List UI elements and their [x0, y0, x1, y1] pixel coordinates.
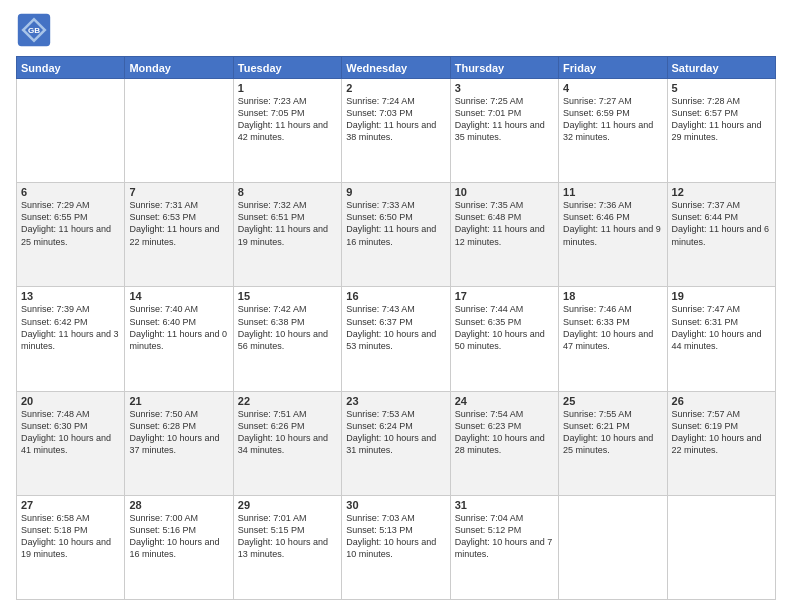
- day-number: 4: [563, 82, 662, 94]
- day-info: Sunrise: 6:58 AM Sunset: 5:18 PM Dayligh…: [21, 512, 120, 561]
- day-number: 23: [346, 395, 445, 407]
- day-number: 28: [129, 499, 228, 511]
- day-header-wednesday: Wednesday: [342, 57, 450, 79]
- day-cell: 22Sunrise: 7:51 AM Sunset: 6:26 PM Dayli…: [233, 391, 341, 495]
- day-header-tuesday: Tuesday: [233, 57, 341, 79]
- day-number: 21: [129, 395, 228, 407]
- day-header-friday: Friday: [559, 57, 667, 79]
- day-info: Sunrise: 7:33 AM Sunset: 6:50 PM Dayligh…: [346, 199, 445, 248]
- day-number: 11: [563, 186, 662, 198]
- day-cell: 9Sunrise: 7:33 AM Sunset: 6:50 PM Daylig…: [342, 183, 450, 287]
- day-number: 19: [672, 290, 771, 302]
- day-number: 31: [455, 499, 554, 511]
- day-info: Sunrise: 7:36 AM Sunset: 6:46 PM Dayligh…: [563, 199, 662, 248]
- week-row-5: 27Sunrise: 6:58 AM Sunset: 5:18 PM Dayli…: [17, 495, 776, 599]
- day-cell: 26Sunrise: 7:57 AM Sunset: 6:19 PM Dayli…: [667, 391, 775, 495]
- day-cell: [667, 495, 775, 599]
- day-number: 1: [238, 82, 337, 94]
- week-row-3: 13Sunrise: 7:39 AM Sunset: 6:42 PM Dayli…: [17, 287, 776, 391]
- day-cell: 4Sunrise: 7:27 AM Sunset: 6:59 PM Daylig…: [559, 79, 667, 183]
- day-cell: 3Sunrise: 7:25 AM Sunset: 7:01 PM Daylig…: [450, 79, 558, 183]
- header-row: SundayMondayTuesdayWednesdayThursdayFrid…: [17, 57, 776, 79]
- day-info: Sunrise: 7:31 AM Sunset: 6:53 PM Dayligh…: [129, 199, 228, 248]
- day-number: 18: [563, 290, 662, 302]
- day-info: Sunrise: 7:51 AM Sunset: 6:26 PM Dayligh…: [238, 408, 337, 457]
- day-cell: 30Sunrise: 7:03 AM Sunset: 5:13 PM Dayli…: [342, 495, 450, 599]
- day-number: 17: [455, 290, 554, 302]
- day-info: Sunrise: 7:25 AM Sunset: 7:01 PM Dayligh…: [455, 95, 554, 144]
- day-cell: 28Sunrise: 7:00 AM Sunset: 5:16 PM Dayli…: [125, 495, 233, 599]
- day-info: Sunrise: 7:28 AM Sunset: 6:57 PM Dayligh…: [672, 95, 771, 144]
- day-number: 3: [455, 82, 554, 94]
- calendar-table: SundayMondayTuesdayWednesdayThursdayFrid…: [16, 56, 776, 600]
- day-cell: 17Sunrise: 7:44 AM Sunset: 6:35 PM Dayli…: [450, 287, 558, 391]
- day-info: Sunrise: 7:04 AM Sunset: 5:12 PM Dayligh…: [455, 512, 554, 561]
- day-cell: 27Sunrise: 6:58 AM Sunset: 5:18 PM Dayli…: [17, 495, 125, 599]
- day-cell: 16Sunrise: 7:43 AM Sunset: 6:37 PM Dayli…: [342, 287, 450, 391]
- day-info: Sunrise: 7:23 AM Sunset: 7:05 PM Dayligh…: [238, 95, 337, 144]
- day-cell: 18Sunrise: 7:46 AM Sunset: 6:33 PM Dayli…: [559, 287, 667, 391]
- day-number: 14: [129, 290, 228, 302]
- day-cell: 14Sunrise: 7:40 AM Sunset: 6:40 PM Dayli…: [125, 287, 233, 391]
- day-info: Sunrise: 7:50 AM Sunset: 6:28 PM Dayligh…: [129, 408, 228, 457]
- day-number: 12: [672, 186, 771, 198]
- day-cell: [559, 495, 667, 599]
- day-cell: 1Sunrise: 7:23 AM Sunset: 7:05 PM Daylig…: [233, 79, 341, 183]
- day-info: Sunrise: 7:44 AM Sunset: 6:35 PM Dayligh…: [455, 303, 554, 352]
- day-info: Sunrise: 7:27 AM Sunset: 6:59 PM Dayligh…: [563, 95, 662, 144]
- day-info: Sunrise: 7:53 AM Sunset: 6:24 PM Dayligh…: [346, 408, 445, 457]
- day-info: Sunrise: 7:35 AM Sunset: 6:48 PM Dayligh…: [455, 199, 554, 248]
- day-number: 13: [21, 290, 120, 302]
- day-info: Sunrise: 7:29 AM Sunset: 6:55 PM Dayligh…: [21, 199, 120, 248]
- day-info: Sunrise: 7:46 AM Sunset: 6:33 PM Dayligh…: [563, 303, 662, 352]
- day-number: 2: [346, 82, 445, 94]
- day-number: 9: [346, 186, 445, 198]
- day-header-thursday: Thursday: [450, 57, 558, 79]
- day-cell: 31Sunrise: 7:04 AM Sunset: 5:12 PM Dayli…: [450, 495, 558, 599]
- day-info: Sunrise: 7:55 AM Sunset: 6:21 PM Dayligh…: [563, 408, 662, 457]
- week-row-2: 6Sunrise: 7:29 AM Sunset: 6:55 PM Daylig…: [17, 183, 776, 287]
- day-number: 30: [346, 499, 445, 511]
- day-number: 29: [238, 499, 337, 511]
- day-cell: 29Sunrise: 7:01 AM Sunset: 5:15 PM Dayli…: [233, 495, 341, 599]
- day-number: 7: [129, 186, 228, 198]
- day-number: 15: [238, 290, 337, 302]
- day-cell: 19Sunrise: 7:47 AM Sunset: 6:31 PM Dayli…: [667, 287, 775, 391]
- day-number: 25: [563, 395, 662, 407]
- day-header-saturday: Saturday: [667, 57, 775, 79]
- svg-text:GB: GB: [28, 26, 40, 35]
- day-cell: 11Sunrise: 7:36 AM Sunset: 6:46 PM Dayli…: [559, 183, 667, 287]
- day-number: 10: [455, 186, 554, 198]
- day-number: 8: [238, 186, 337, 198]
- day-header-sunday: Sunday: [17, 57, 125, 79]
- day-number: 22: [238, 395, 337, 407]
- day-info: Sunrise: 7:37 AM Sunset: 6:44 PM Dayligh…: [672, 199, 771, 248]
- day-number: 16: [346, 290, 445, 302]
- day-cell: 6Sunrise: 7:29 AM Sunset: 6:55 PM Daylig…: [17, 183, 125, 287]
- week-row-4: 20Sunrise: 7:48 AM Sunset: 6:30 PM Dayli…: [17, 391, 776, 495]
- day-cell: 15Sunrise: 7:42 AM Sunset: 6:38 PM Dayli…: [233, 287, 341, 391]
- day-info: Sunrise: 7:42 AM Sunset: 6:38 PM Dayligh…: [238, 303, 337, 352]
- day-info: Sunrise: 7:39 AM Sunset: 6:42 PM Dayligh…: [21, 303, 120, 352]
- day-cell: 20Sunrise: 7:48 AM Sunset: 6:30 PM Dayli…: [17, 391, 125, 495]
- week-row-1: 1Sunrise: 7:23 AM Sunset: 7:05 PM Daylig…: [17, 79, 776, 183]
- day-info: Sunrise: 7:01 AM Sunset: 5:15 PM Dayligh…: [238, 512, 337, 561]
- day-cell: 8Sunrise: 7:32 AM Sunset: 6:51 PM Daylig…: [233, 183, 341, 287]
- day-number: 6: [21, 186, 120, 198]
- day-number: 20: [21, 395, 120, 407]
- day-info: Sunrise: 7:48 AM Sunset: 6:30 PM Dayligh…: [21, 408, 120, 457]
- day-info: Sunrise: 7:43 AM Sunset: 6:37 PM Dayligh…: [346, 303, 445, 352]
- day-cell: 21Sunrise: 7:50 AM Sunset: 6:28 PM Dayli…: [125, 391, 233, 495]
- day-cell: 7Sunrise: 7:31 AM Sunset: 6:53 PM Daylig…: [125, 183, 233, 287]
- day-cell: 13Sunrise: 7:39 AM Sunset: 6:42 PM Dayli…: [17, 287, 125, 391]
- day-info: Sunrise: 7:00 AM Sunset: 5:16 PM Dayligh…: [129, 512, 228, 561]
- day-info: Sunrise: 7:03 AM Sunset: 5:13 PM Dayligh…: [346, 512, 445, 561]
- logo-icon: GB: [16, 12, 52, 48]
- day-cell: 5Sunrise: 7:28 AM Sunset: 6:57 PM Daylig…: [667, 79, 775, 183]
- day-cell: [125, 79, 233, 183]
- day-cell: 10Sunrise: 7:35 AM Sunset: 6:48 PM Dayli…: [450, 183, 558, 287]
- day-header-monday: Monday: [125, 57, 233, 79]
- day-cell: 2Sunrise: 7:24 AM Sunset: 7:03 PM Daylig…: [342, 79, 450, 183]
- page: GB SundayMondayTuesdayWednesdayThursdayF…: [0, 0, 792, 612]
- day-number: 27: [21, 499, 120, 511]
